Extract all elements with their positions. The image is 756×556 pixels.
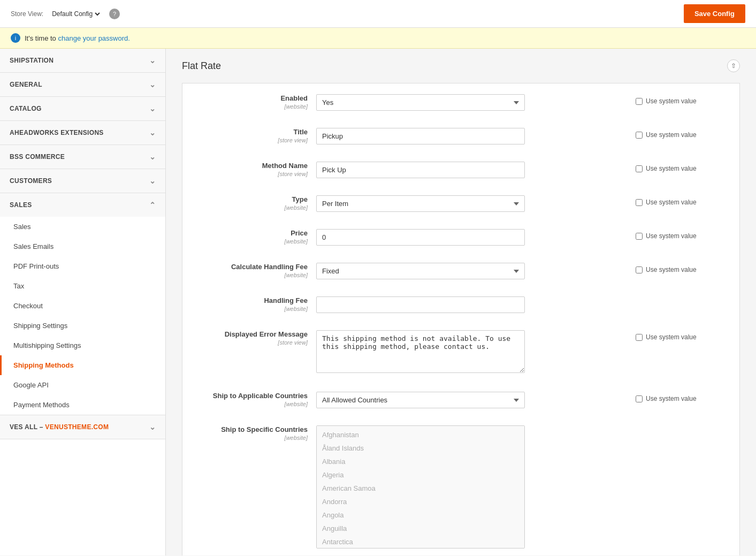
form-row-title: Title[store view] Use system value bbox=[198, 128, 723, 153]
use-system-value-label-method-name[interactable]: Use system value bbox=[636, 162, 723, 172]
change-password-link[interactable]: change your password. bbox=[58, 34, 129, 42]
collapse-button[interactable]: ⇧ bbox=[727, 59, 740, 72]
sidebar-item-shipping-methods[interactable]: Shipping Methods bbox=[0, 355, 165, 375]
sidebar-section-header-bss-commerce[interactable]: BSS COMMERCE⌄ bbox=[0, 145, 165, 169]
form-row-enabled: Enabled[website]YesNo Use system value bbox=[198, 94, 723, 119]
form-label-col-method-name: Method Name[store view] bbox=[198, 162, 316, 178]
use-system-value-label-enabled[interactable]: Use system value bbox=[636, 94, 723, 105]
use-system-value-label-ship-to-applicable-countries[interactable]: Use system value bbox=[636, 392, 723, 402]
use-system-value-checkbox-ship-to-applicable-countries[interactable] bbox=[636, 395, 643, 402]
country-item[interactable]: Algeria bbox=[317, 468, 524, 482]
sidebar-item-sales-emails[interactable]: Sales Emails bbox=[0, 237, 165, 256]
form-scope-method-name: [store view] bbox=[278, 171, 308, 177]
form-row-calculate-handling-fee: Calculate Handling Fee[website]FixedPerc… bbox=[198, 263, 723, 288]
form-label-col-ship-to-specific-countries: Ship to Specific Countries[website] bbox=[198, 425, 316, 441]
sidebar-label-catalog: CATALOG bbox=[10, 105, 42, 112]
form-scope-ship-to-applicable-countries: [website] bbox=[285, 401, 308, 407]
sidebar-item-google-api[interactable]: Google API bbox=[0, 375, 165, 395]
use-system-value-label-price[interactable]: Use system value bbox=[636, 229, 723, 240]
chevron-icon-shipstation: ⌄ bbox=[149, 56, 156, 65]
form-label-col-ship-to-applicable-countries: Ship to Applicable Countries[website] bbox=[198, 392, 316, 408]
sidebar-section-header-shipstation[interactable]: SHIPSTATION⌄ bbox=[0, 49, 165, 72]
sidebar-item-multishipping-settings[interactable]: Multishipping Settings bbox=[0, 336, 165, 355]
use-system-value-checkbox-displayed-error-message[interactable] bbox=[636, 334, 643, 341]
sidebar-item-pdf-printouts[interactable]: PDF Print-outs bbox=[0, 256, 165, 276]
sidebar-section-aheadworks: AHEADWORKS EXTENSIONS⌄ bbox=[0, 121, 165, 145]
select-calculate-handling-fee[interactable]: FixedPercent bbox=[316, 263, 525, 279]
form-system-col-title: Use system value bbox=[627, 128, 723, 139]
use-system-value-checkbox-enabled[interactable] bbox=[636, 98, 643, 105]
sidebar-item-checkout[interactable]: Checkout bbox=[0, 296, 165, 316]
form-scope-ship-to-specific-countries: [website] bbox=[285, 435, 308, 441]
form-row-ship-to-applicable-countries: Ship to Applicable Countries[website]All… bbox=[198, 392, 723, 417]
sidebar-items-sales: SalesSales EmailsPDF Print-outsTaxChecko… bbox=[0, 217, 165, 415]
venustheme-link[interactable]: VENUSTHEME.COM bbox=[45, 423, 109, 431]
sidebar-section-sales: SALES⌃SalesSales EmailsPDF Print-outsTax… bbox=[0, 193, 165, 415]
textarea-displayed-error-message[interactable]: This shipping method is not available. T… bbox=[316, 330, 525, 373]
form-system-col-calculate-handling-fee: Use system value bbox=[627, 263, 723, 273]
use-system-value-checkbox-calculate-handling-fee[interactable] bbox=[636, 266, 643, 273]
country-item[interactable]: Albania bbox=[317, 455, 524, 468]
sidebar-section-header-sales[interactable]: SALES⌃ bbox=[0, 193, 165, 217]
help-icon[interactable]: ? bbox=[109, 9, 120, 19]
use-system-value-checkbox-method-name[interactable] bbox=[636, 165, 643, 172]
section-title: Flat Rate ⇧ bbox=[182, 59, 740, 72]
input-method-name[interactable] bbox=[316, 162, 525, 178]
save-config-button[interactable]: Save Config bbox=[684, 4, 745, 23]
form-label-calculate-handling-fee: Calculate Handling Fee bbox=[198, 263, 308, 271]
sidebar-section-general: GENERAL⌄ bbox=[0, 73, 165, 97]
country-item[interactable]: Antarctica bbox=[317, 535, 524, 549]
use-system-value-label-displayed-error-message[interactable]: Use system value bbox=[636, 330, 723, 341]
sidebar-item-sales[interactable]: Sales bbox=[0, 217, 165, 237]
chevron-icon-catalog: ⌄ bbox=[149, 104, 156, 113]
store-view-select[interactable]: Default Config bbox=[50, 10, 102, 18]
form-label-col-displayed-error-message: Displayed Error Message[store view] bbox=[198, 330, 316, 346]
sidebar-item-shipping-settings[interactable]: Shipping Settings bbox=[0, 316, 165, 336]
main-layout: SHIPSTATION⌄GENERAL⌄CATALOG⌄AHEADWORKS E… bbox=[0, 49, 756, 555]
use-system-value-checkbox-title[interactable] bbox=[636, 132, 643, 139]
form-scope-calculate-handling-fee: [website] bbox=[285, 272, 308, 278]
form-label-ship-to-specific-countries: Ship to Specific Countries bbox=[198, 425, 308, 433]
use-system-value-label-type[interactable]: Use system value bbox=[636, 195, 723, 206]
sidebar-section-header-ves-all[interactable]: VES ALL – VENUSTHEME.COM⌄ bbox=[0, 415, 165, 439]
select-enabled[interactable]: YesNo bbox=[316, 94, 525, 111]
country-item[interactable]: American Samoa bbox=[317, 482, 524, 495]
country-item[interactable]: Åland Islands bbox=[317, 441, 524, 455]
form-input-col-price bbox=[316, 229, 627, 246]
use-system-value-checkbox-type[interactable] bbox=[636, 199, 643, 206]
country-item[interactable]: Anguilla bbox=[317, 522, 524, 535]
top-header: Store View: Default Config ? Save Config bbox=[0, 0, 756, 28]
input-price[interactable] bbox=[316, 229, 525, 246]
form-input-col-method-name bbox=[316, 162, 627, 178]
country-item[interactable]: Afghanistan bbox=[317, 428, 524, 441]
use-system-value-text-enabled: Use system value bbox=[646, 97, 697, 105]
country-item[interactable]: Andorra bbox=[317, 495, 524, 508]
form-label-enabled: Enabled bbox=[198, 94, 308, 102]
input-title[interactable] bbox=[316, 128, 525, 144]
chevron-icon-aheadworks: ⌄ bbox=[149, 128, 156, 137]
input-handling-fee[interactable] bbox=[316, 296, 525, 313]
use-system-value-text-type: Use system value bbox=[646, 199, 697, 206]
select-ship-to-applicable-countries[interactable]: All Allowed CountriesSpecific Countries bbox=[316, 392, 525, 408]
select-type[interactable]: Per ItemFixed bbox=[316, 195, 525, 212]
sidebar-item-tax[interactable]: Tax bbox=[0, 276, 165, 296]
sidebar-section-header-aheadworks[interactable]: AHEADWORKS EXTENSIONS⌄ bbox=[0, 121, 165, 144]
sidebar-section-header-general[interactable]: GENERAL⌄ bbox=[0, 73, 165, 96]
form-system-col-type: Use system value bbox=[627, 195, 723, 206]
form-label-col-type: Type[website] bbox=[198, 195, 316, 211]
form-scope-handling-fee: [website] bbox=[285, 306, 308, 312]
ves-all-label: VES ALL – VENUSTHEME.COM bbox=[10, 423, 109, 431]
country-list-ship-to-specific-countries[interactable]: AfghanistanÅland IslandsAlbaniaAlgeriaAm… bbox=[316, 425, 525, 549]
sidebar-section-header-catalog[interactable]: CATALOG⌄ bbox=[0, 97, 165, 120]
flat-rate-title: Flat Rate bbox=[182, 60, 221, 72]
use-system-value-label-calculate-handling-fee[interactable]: Use system value bbox=[636, 263, 723, 273]
sidebar-section-header-customers[interactable]: CUSTOMERS⌄ bbox=[0, 169, 165, 193]
use-system-value-checkbox-price[interactable] bbox=[636, 233, 643, 240]
form-input-col-type: Per ItemFixed bbox=[316, 195, 627, 212]
use-system-value-label-title[interactable]: Use system value bbox=[636, 128, 723, 139]
country-item[interactable]: Angola bbox=[317, 508, 524, 522]
form-system-col-enabled: Use system value bbox=[627, 94, 723, 105]
sidebar-section-catalog: CATALOG⌄ bbox=[0, 97, 165, 121]
sidebar-item-payment-methods[interactable]: Payment Methods bbox=[0, 395, 165, 415]
use-system-value-text-calculate-handling-fee: Use system value bbox=[646, 266, 697, 273]
